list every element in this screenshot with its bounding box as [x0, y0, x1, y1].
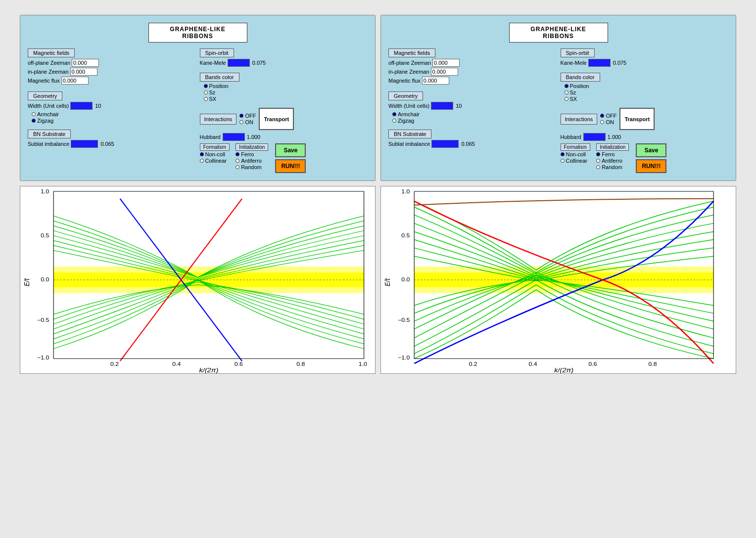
left-hubbard-label: Hubbard	[200, 134, 221, 140]
right-hubbard-value: 1.000	[608, 134, 621, 140]
left-bn-header: BN Substrate	[28, 130, 71, 138]
right-sz-radio[interactable]: Sz	[565, 90, 729, 95]
right-on-radio[interactable]: ON	[600, 119, 616, 125]
left-transport-button[interactable]: Transport	[259, 108, 294, 130]
right-kanemele-blue-input[interactable]	[588, 59, 611, 67]
left-collinear-radio[interactable]: Collinear	[200, 158, 230, 164]
right-off-radio[interactable]: OFF	[600, 113, 616, 119]
right-off-label: OFF	[606, 113, 616, 119]
right-zigzag-radio[interactable]: Zigzag	[392, 118, 557, 124]
right-sz-dot	[565, 90, 568, 94]
svg-text:0.4: 0.4	[172, 361, 181, 367]
right-transport-button[interactable]: Transport	[619, 108, 655, 130]
left-hubbard-blue-input[interactable]	[223, 133, 245, 141]
left-kanemele-blue-input[interactable]	[228, 59, 250, 67]
left-width-blue-input[interactable]	[70, 102, 93, 110]
left-sz-radio[interactable]: Sz	[204, 90, 368, 95]
left-antiferro-label: Antiferro	[241, 158, 262, 164]
left-sublat-value: 0.065	[100, 141, 114, 147]
right-random-radio[interactable]: Random	[596, 164, 629, 170]
left-noncoll-dot	[200, 152, 204, 156]
left-spinorbit-header: Spin-orbit	[200, 48, 234, 57]
left-formalism-header: Formalism	[200, 143, 230, 151]
left-graph: 1.0 0.5 0.0 −0.5 −1.0 0.2 0.4 0.6 0.8 1.…	[20, 186, 376, 374]
left-off-radio[interactable]: OFF	[239, 113, 256, 119]
right-collinear-dot	[561, 159, 565, 163]
right-init-header: Initialization	[596, 143, 629, 151]
svg-text:1.0: 1.0	[41, 188, 49, 194]
right-ferro-radio[interactable]: Ferro	[596, 151, 629, 157]
left-random-label: Random	[241, 164, 262, 170]
left-random-radio[interactable]: Random	[236, 164, 268, 170]
right-kanemele-label: Kane-Mele	[561, 60, 587, 66]
left-armchair-radio[interactable]: Armchair	[32, 111, 196, 117]
left-position-radio[interactable]: Position	[204, 83, 368, 89]
right-hubbard-blue-input[interactable]	[583, 133, 606, 141]
left-save-button[interactable]: Save	[275, 143, 306, 157]
right-on-label: ON	[606, 119, 614, 125]
right-width-value: 10	[456, 103, 462, 109]
left-sx-label: SX	[209, 96, 217, 102]
right-run-button[interactable]: RUN!!!	[636, 159, 666, 173]
left-on-radio[interactable]: ON	[239, 119, 256, 125]
right-sublat-blue-input[interactable]	[431, 140, 459, 148]
left-in-plane-input[interactable]	[70, 68, 97, 76]
svg-text:−1.0: −1.0	[37, 355, 49, 360]
left-noncoll-label: Non-coll	[205, 151, 225, 157]
left-antiferro-radio[interactable]: Antiferro	[236, 158, 268, 164]
right-antiferro-radio[interactable]: Antiferro	[596, 158, 629, 164]
right-spinorbit-header: Spin-orbit	[561, 48, 595, 57]
svg-text:0.0: 0.0	[401, 276, 410, 282]
right-position-label: Position	[570, 83, 589, 89]
left-geometry-header: Geometry	[28, 91, 62, 100]
left-run-button[interactable]: RUN!!!	[275, 159, 306, 173]
left-hubbard-value: 1.000	[247, 134, 261, 140]
left-position-dot	[204, 84, 208, 88]
left-armchair-dot	[32, 112, 36, 116]
right-sublat-label: Sublat imbalance	[388, 141, 430, 147]
left-on-dot	[239, 120, 243, 124]
right-flux-input[interactable]	[422, 77, 449, 85]
right-on-dot	[600, 120, 604, 124]
left-in-plane-label: in-plane Zeeman	[28, 69, 69, 75]
right-sx-radio[interactable]: SX	[565, 96, 729, 102]
right-off-plane-label: off-plane Zeeman	[388, 60, 431, 66]
right-off-plane-input[interactable]	[432, 59, 460, 67]
left-armchair-label: Armchair	[37, 111, 59, 117]
right-graph: 1.0 0.5 0.0 −0.5 −1.0 0.2 0.4 0.6 0.8 E/…	[380, 186, 736, 374]
right-width-blue-input[interactable]	[431, 102, 453, 110]
left-sublat-blue-input[interactable]	[71, 140, 98, 148]
right-position-radio[interactable]: Position	[565, 83, 729, 89]
svg-text:0.2: 0.2	[469, 361, 477, 367]
right-ferro-dot	[596, 152, 600, 156]
right-in-plane-input[interactable]	[431, 68, 458, 76]
left-ferro-label: Ferro	[241, 151, 254, 157]
right-armchair-radio[interactable]: Armchair	[392, 111, 557, 117]
left-kanemele-label: Kane-Mele	[200, 60, 226, 66]
left-interactions-label: Interactions	[200, 114, 237, 125]
left-random-dot	[236, 165, 239, 169]
left-sx-dot	[204, 97, 208, 101]
left-zigzag-radio[interactable]: Zigzag	[32, 118, 196, 124]
right-noncoll-radio[interactable]: Non-coll	[561, 151, 591, 157]
svg-text:−0.5: −0.5	[398, 316, 410, 322]
left-panel: GRAPHENE-LIKE RIBBONS Magnetic fields of…	[20, 15, 376, 181]
svg-text:0.5: 0.5	[41, 232, 49, 238]
right-sz-label: Sz	[570, 90, 576, 95]
left-width-value: 10	[95, 103, 101, 109]
svg-text:−0.5: −0.5	[37, 316, 49, 322]
left-flux-input[interactable]	[61, 77, 89, 85]
left-sx-radio[interactable]: SX	[204, 96, 368, 102]
right-antiferro-label: Antiferro	[602, 158, 622, 164]
left-off-plane-input[interactable]	[72, 59, 99, 67]
right-noncoll-label: Non-coll	[566, 151, 586, 157]
right-hubbard-label: Hubbard	[561, 134, 581, 140]
svg-text:0.4: 0.4	[528, 361, 537, 367]
left-noncoll-radio[interactable]: Non-coll	[200, 151, 230, 157]
right-save-button[interactable]: Save	[636, 143, 666, 157]
right-collinear-radio[interactable]: Collinear	[561, 158, 591, 164]
right-zigzag-label: Zigzag	[398, 118, 414, 124]
left-ferro-radio[interactable]: Ferro	[236, 151, 268, 157]
svg-text:0.6: 0.6	[235, 361, 243, 367]
right-in-plane-label: in-plane Zeeman	[388, 69, 429, 75]
